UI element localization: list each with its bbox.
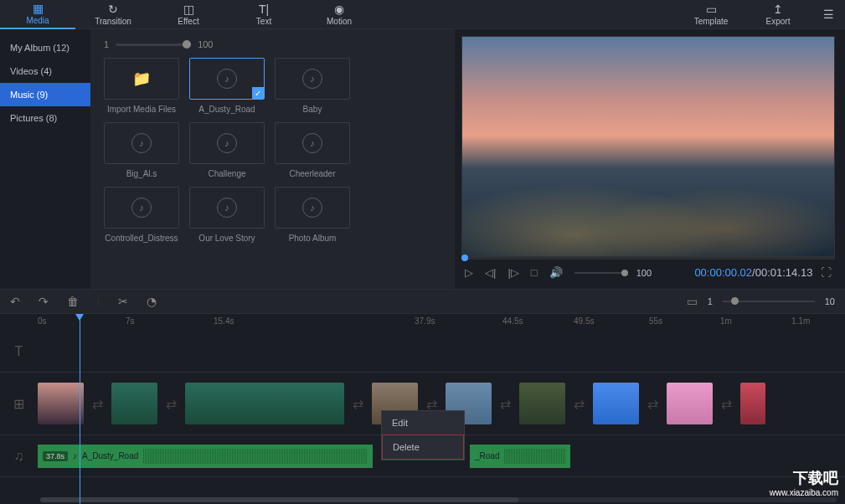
text-track-icon: T <box>0 344 38 359</box>
delete-button[interactable]: 🗑 <box>67 295 79 308</box>
music-note-icon: ♪ <box>302 133 322 153</box>
transition-slot[interactable]: ⇄ <box>500 396 511 412</box>
media-item-big-als[interactable]: ♪ Big_Al.s <box>104 122 179 178</box>
sidebar-count: (9) <box>37 90 48 100</box>
media-item-label: Import Media Files <box>107 105 176 114</box>
media-item-controlled-distress[interactable]: ♪ Controlled_Distress <box>104 187 179 243</box>
video-clip[interactable]: 🔊 <box>185 383 344 424</box>
sidebar-count: (12) <box>53 43 70 53</box>
tab-effect[interactable]: ◫ Effect <box>151 0 226 29</box>
fit-button[interactable]: ▭ <box>687 295 698 308</box>
sidebar-count: (8) <box>46 113 57 123</box>
transition-slot[interactable]: ⇄ <box>166 396 177 412</box>
zoom-max: 10 <box>825 296 835 306</box>
music-note-icon: ♪ <box>131 198 152 218</box>
tab-template[interactable]: ▭ Template <box>678 0 745 29</box>
media-item-a-dusty-road[interactable]: ♪✓ A_Dusty_Road <box>189 58 265 114</box>
time-current: 00:00:00.02 <box>694 266 752 279</box>
timeline: 0s 7s 15.4s 37.9s 44.5s 49.5s 55s 1m 1.1… <box>0 314 845 504</box>
time-tick: 7s <box>126 316 135 326</box>
stop-button[interactable]: □ <box>531 266 538 279</box>
video-clip[interactable] <box>593 383 639 424</box>
music-clip[interactable]: _Road <box>470 445 570 468</box>
toolbar-tabs-left: ▦ Media ↻ Transition ◫ Effect T| Text ◉ … <box>0 0 377 29</box>
thumbnail-size-slider-row: 1 100 <box>104 39 448 49</box>
effect-icon: ◫ <box>183 3 194 16</box>
volume-slider[interactable] <box>574 272 625 274</box>
sidebar: My Album (12) Videos (4) Music (9) Pictu… <box>0 29 90 289</box>
tab-export-label: Export <box>766 17 791 26</box>
transition-slot[interactable]: ⇄ <box>426 396 437 412</box>
preview-timecode: 00:00:00.02/00:01:14.13 ⛶ <box>694 266 832 279</box>
fullscreen-button[interactable]: ⛶ <box>821 266 832 279</box>
undo-button[interactable]: ↶ <box>10 295 20 308</box>
video-clip[interactable] <box>519 383 565 424</box>
transition-slot[interactable]: ⇄ <box>92 396 103 412</box>
volume-value: 100 <box>636 268 652 278</box>
media-item-cheerleader[interactable]: ♪ Cheerleader <box>275 122 350 178</box>
time-ruler[interactable]: 0s 7s 15.4s 37.9s 44.5s 49.5s 55s 1m 1.1… <box>0 314 845 331</box>
video-clip[interactable]: 🔊 <box>111 383 157 424</box>
transition-slot[interactable]: ⇄ <box>574 396 585 412</box>
sidebar-item-pictures[interactable]: Pictures (8) <box>0 106 90 130</box>
music-clip-name: A_Dusty_Road <box>82 451 138 460</box>
video-clip[interactable] <box>740 383 765 424</box>
top-toolbar: ▦ Media ↻ Transition ◫ Effect T| Text ◉ … <box>0 0 845 29</box>
crop-button[interactable]: ◔ <box>147 295 157 308</box>
tab-export[interactable]: ↥ Export <box>745 0 812 29</box>
template-icon: ▭ <box>706 3 717 16</box>
timeline-toolbar-right: ▭ 1 10 <box>687 295 835 308</box>
context-delete[interactable]: Delete <box>382 435 464 460</box>
media-item-label: Photo Album <box>289 234 337 243</box>
video-clip[interactable] <box>667 383 713 424</box>
media-item-label: A_Dusty_Road <box>198 105 255 114</box>
music-clip[interactable]: 37.8s ♪ A_Dusty_Road <box>38 445 373 468</box>
transition-slot[interactable]: ⇄ <box>353 396 363 412</box>
watermark: 下载吧 www.xiazaiba.com <box>770 468 838 497</box>
media-item-challenge[interactable]: ♪ Challenge <box>189 122 265 178</box>
time-tick: 49.5s <box>574 316 594 326</box>
text-icon: T| <box>259 3 269 16</box>
import-folder-icon: 📁 <box>132 69 151 88</box>
music-note-icon: ♪ <box>217 69 237 89</box>
tab-template-label: Template <box>694 17 729 26</box>
media-item-label: Baby <box>303 105 322 114</box>
media-item-label: Challenge <box>208 169 245 178</box>
media-item-import[interactable]: 📁 Import Media Files <box>104 58 179 114</box>
tab-transition[interactable]: ↻ Transition <box>75 0 151 29</box>
zoom-slider[interactable] <box>723 301 815 302</box>
tab-media[interactable]: ▦ Media <box>0 0 75 29</box>
music-note-icon: ♪ <box>302 198 322 218</box>
sidebar-item-myalbum[interactable]: My Album (12) <box>0 36 90 59</box>
video-clip[interactable] <box>38 383 84 424</box>
play-button[interactable]: ▷ <box>465 266 473 279</box>
split-button[interactable]: ✂ <box>118 295 128 308</box>
preview-video[interactable] <box>461 36 835 257</box>
redo-button[interactable]: ↷ <box>39 295 49 308</box>
media-item-label: Controlled_Distress <box>105 234 178 243</box>
preview-progress[interactable] <box>461 257 835 260</box>
tab-motion[interactable]: ◉ Motion <box>301 0 377 29</box>
media-item-our-love-story[interactable]: ♪ Our Love Story <box>189 187 265 243</box>
hamburger-menu[interactable]: ☰ <box>812 0 845 29</box>
transition-slot[interactable]: ⇄ <box>721 396 732 412</box>
timeline-scrollbar[interactable] <box>40 497 837 502</box>
context-edit[interactable]: Edit <box>382 411 464 435</box>
transition-slot[interactable]: ⇄ <box>647 396 658 412</box>
watermark-url: www.xiazaiba.com <box>770 488 838 497</box>
prev-frame-button[interactable]: ◁| <box>485 266 496 279</box>
text-track[interactable]: T <box>0 331 845 373</box>
tab-text[interactable]: T| Text <box>226 0 301 29</box>
main-area: My Album (12) Videos (4) Music (9) Pictu… <box>0 29 845 289</box>
thumbnail-size-slider[interactable] <box>116 44 191 46</box>
sidebar-item-music[interactable]: Music (9) <box>0 83 90 106</box>
media-item-photo-album[interactable]: ♪ Photo Album <box>275 187 350 243</box>
media-item-baby[interactable]: ♪ Baby <box>275 58 350 114</box>
zoom-min: 1 <box>708 296 713 306</box>
next-frame-button[interactable]: |▷ <box>508 266 518 279</box>
sidebar-item-videos[interactable]: Videos (4) <box>0 59 90 83</box>
time-tick: 37.9s <box>415 316 435 326</box>
volume-icon[interactable]: 🔊 <box>549 266 563 279</box>
playhead[interactable] <box>80 314 80 504</box>
tab-transition-label: Transition <box>95 17 131 26</box>
